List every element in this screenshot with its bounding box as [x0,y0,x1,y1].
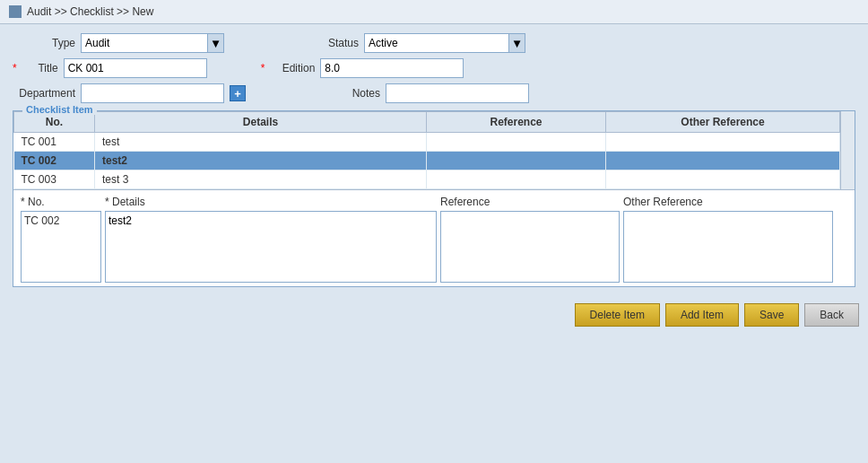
add-item-button[interactable]: Add Item [665,303,739,327]
title-input[interactable] [64,58,207,78]
type-label: Type [13,37,75,49]
form-fields-row2: * Title * Edition [13,58,464,78]
table-scroll[interactable]: No. Details Reference Other Reference TC… [13,111,840,189]
delete-item-button[interactable]: Delete Item [575,303,660,327]
edit-no-value: TC 002 [24,214,59,227]
table-row[interactable]: TC 001test [14,133,840,152]
edit-other-textarea[interactable] [624,212,832,282]
edit-other-label: Other Reference [623,196,847,208]
page-icon [9,5,22,18]
table-row[interactable]: TC 003test 3 [14,170,840,189]
edit-details-textarea[interactable] [106,212,436,282]
notes-label: Notes [317,87,380,100]
type-field-group: Type ▼ [13,33,224,53]
status-dropdown-btn[interactable]: ▼ [508,34,525,52]
edition-input[interactable] [320,58,464,78]
table-wrapper: No. Details Reference Other Reference TC… [13,111,855,189]
checklist-table: No. Details Reference Other Reference TC… [13,111,840,189]
edit-headers: * No. * Details Reference Other Referenc… [21,196,847,208]
status-field-group: Status ▼ [296,33,525,53]
status-label: Status [296,37,359,49]
edit-reference-label: Reference [440,196,620,208]
edit-other-cell[interactable] [623,211,833,283]
edit-no-label: * No. [21,196,101,208]
type-select-wrapper[interactable]: ▼ [81,33,224,53]
footer-buttons: Delete Item Add Item Save Back [0,296,868,332]
department-add-btn[interactable]: + [230,85,246,101]
type-dropdown-btn[interactable]: ▼ [207,34,223,52]
edit-section: * No. * Details Reference Other Referenc… [13,189,855,286]
col-other-header: Other Reference [606,112,840,133]
main-content: Type ▼ Status ▼ * Title [0,24,868,296]
status-select-wrapper[interactable]: ▼ [364,33,525,53]
type-input[interactable] [82,34,207,52]
breadcrumb: Audit >> Checklist >> New [27,5,153,18]
back-button[interactable]: Back [804,303,859,327]
edit-reference-textarea[interactable] [441,212,619,282]
edit-inputs-row: TC 002 [21,211,847,283]
table-scrollbar[interactable] [840,111,855,189]
edition-field-group: * Edition [261,58,464,78]
title-field-group: * Title [13,58,207,78]
edition-required: * [261,62,265,74]
top-bar: Audit >> Checklist >> New [0,0,868,24]
col-reference-header: Reference [427,112,606,133]
title-required: * [13,62,17,74]
edit-no-cell: TC 002 [21,211,101,283]
form-fields-row3: Department + Notes [13,83,529,103]
department-input[interactable] [81,83,224,103]
edit-details-label: * Details [105,196,437,208]
table-row[interactable]: TC 002test2 [14,152,840,170]
col-details-header: Details [95,112,427,133]
checklist-section: Checklist Item No. Details Reference Oth… [13,110,855,287]
checklist-table-area: No. Details Reference Other Reference TC… [13,111,855,286]
form-fields-row1: Type ▼ Status ▼ [13,33,525,53]
checklist-title: Checklist Item [22,104,97,115]
form-row-dept-notes: Department + Notes [13,83,855,103]
edition-label: Edition [270,62,315,74]
save-button[interactable]: Save [744,303,799,327]
department-label: Department [13,87,75,100]
notes-field-group: Notes [317,83,529,103]
form-row-type-status: Type ▼ Status ▼ [13,33,855,53]
status-input[interactable] [365,34,508,52]
edit-reference-cell[interactable] [440,211,620,283]
department-field-group: Department + [13,83,246,103]
form-row-title-edition: * Title * Edition [13,58,855,78]
title-label: Title [22,62,58,74]
notes-input[interactable] [386,83,529,103]
edit-details-cell[interactable] [105,211,437,283]
